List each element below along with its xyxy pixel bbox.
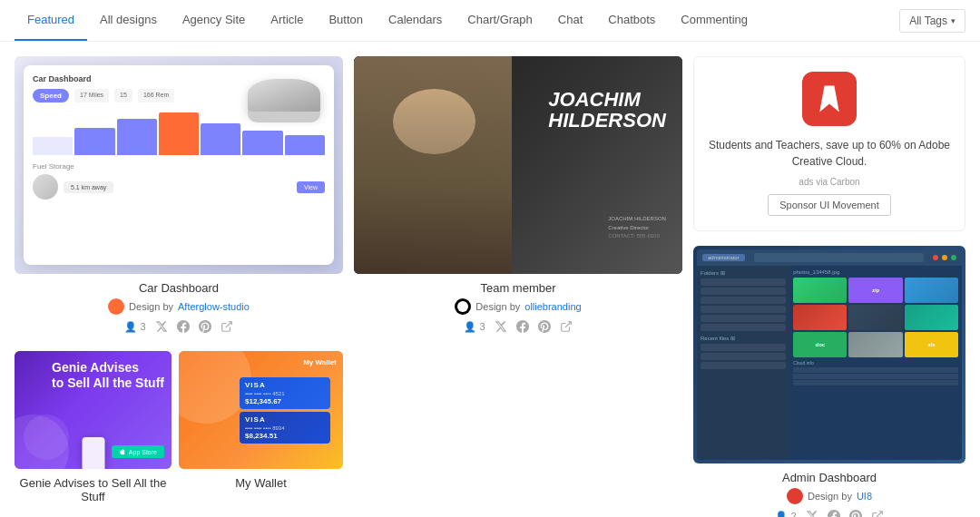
admin-likes-number: 2 (790, 511, 796, 517)
wallet-meta: My Wallet (179, 469, 343, 497)
admin-tiles-grid: zip doc xls (793, 278, 958, 357)
nav-bar: Featured All designs Agency Site Article… (0, 0, 980, 42)
tab-chat[interactable]: Chat (545, 0, 595, 41)
tab-commenting[interactable]: Commenting (668, 0, 760, 41)
stat1: 17 Miles (74, 89, 109, 102)
svg-point-1 (457, 301, 468, 312)
team-member-image[interactable]: JOACHIMHILDERSON JOACHIM HILDERSON Creat… (354, 56, 682, 274)
author-prefix-ollie: Design by (475, 301, 520, 312)
tab-calendars[interactable]: Calendars (376, 0, 455, 41)
card-admin-dashboard: administrator Folders ⊞ (693, 246, 965, 517)
adobe-logo (802, 72, 857, 126)
tab-chatbots[interactable]: Chatbots (595, 0, 668, 41)
wallet-image[interactable]: My Wallet VISA •••• •••• •••• 4521 $12,3… (179, 351, 343, 469)
author-prefix-text: Design by (129, 301, 173, 312)
svg-marker-3 (819, 86, 839, 112)
external-link[interactable] (220, 320, 233, 333)
tab-all-designs[interactable]: All designs (87, 0, 170, 41)
tile-teal (905, 305, 958, 330)
author-name-ollie[interactable]: olliebranding (524, 301, 581, 312)
visa-card-1: VISA •••• •••• •••• 4521 $12,345.67 (240, 377, 330, 409)
svg-line-2 (564, 322, 570, 327)
team-facebook[interactable] (516, 320, 529, 333)
tab-featured[interactable]: Featured (15, 0, 87, 41)
zip-label: zip (872, 288, 879, 293)
recent-files-label: Recent files ⊞ (701, 335, 786, 341)
info-bar-3 (793, 380, 958, 385)
team-likes-number: 3 (479, 321, 485, 332)
admin-external[interactable] (871, 510, 884, 517)
bottom-row-left: Genie Advisesto Sell All the Stuff App S… (15, 351, 343, 517)
dash-speed-btn: Speed (33, 89, 69, 102)
team-member-title: Team member (354, 281, 682, 295)
all-tags-label: All Tags (909, 15, 947, 27)
car-dashboard-meta: Car Dashboard Design by Afterglow-studio… (15, 274, 343, 337)
xls-label: xls (927, 342, 935, 347)
wallet-cards: VISA •••• •••• •••• 4521 $12,345.67 VISA… (240, 357, 330, 463)
bar-5 (201, 123, 240, 155)
admin-topbar: administrator (697, 249, 962, 266)
admin-search (754, 253, 924, 262)
author-name-ui8[interactable]: UI8 (857, 491, 872, 502)
genie-image[interactable]: Genie Advisesto Sell All the Stuff App S… (15, 351, 172, 469)
folder-row-1 (701, 278, 786, 286)
tab-button[interactable]: Button (316, 0, 376, 41)
author-name-afterglow[interactable]: Afterglow-studio (178, 301, 250, 312)
twitter-share[interactable] (155, 320, 168, 333)
tile-blue (905, 278, 958, 303)
card-genie: Genie Advisesto Sell All the Stuff App S… (15, 351, 179, 511)
col-left: Car Dashboard Speed 17 Miles 15 166 Rem (15, 56, 354, 517)
bar-2 (74, 128, 114, 155)
admin-twitter[interactable] (806, 510, 818, 517)
team-external[interactable] (560, 320, 573, 333)
sponsor-button[interactable]: Sponsor UI Movement (768, 194, 890, 216)
team-member-actions: 👤 3 (354, 320, 682, 333)
team-member-meta: Team member Design by olliebranding 👤 3 (354, 274, 682, 337)
team-member-author: Design by olliebranding (354, 298, 682, 315)
tile-bridge (848, 305, 902, 330)
driver-info: 5.1 km away (64, 181, 113, 193)
pinterest-share[interactable] (199, 320, 211, 333)
app-store-btn[interactable]: App Store (112, 445, 164, 458)
view-btn: View (297, 181, 325, 193)
visa-label-1: VISA (245, 381, 325, 389)
folder-row-4 (701, 306, 786, 313)
visa-label-2: VISA (245, 415, 325, 424)
tile-green-1 (793, 278, 847, 303)
ad-small-text: ads via Carbon (709, 177, 950, 187)
dash-bottom: 5.1 km away View (33, 174, 325, 200)
visa-amt-1: $12,345.67 (245, 397, 325, 405)
folders-label: Folders ⊞ (701, 269, 786, 276)
app-store-label: App Store (129, 449, 157, 455)
admin-dashboard-image[interactable]: administrator Folders ⊞ (693, 246, 965, 463)
team-details: JOACHIM HILDERSON Creative Director CONT… (608, 215, 666, 241)
admin-pinterest[interactable] (849, 510, 862, 517)
tab-article[interactable]: Article (258, 0, 316, 41)
tab-agency-site[interactable]: Agency Site (170, 0, 258, 41)
facebook-share[interactable] (177, 320, 190, 333)
stat3: 166 Rem (138, 89, 174, 102)
team-twitter[interactable] (495, 320, 507, 333)
all-tags-button[interactable]: All Tags ▾ (899, 9, 965, 33)
admin-dashboard-author: Design by UI8 (693, 488, 965, 504)
col-mid: JOACHIMHILDERSON JOACHIM HILDERSON Creat… (354, 56, 693, 517)
user-icon-team: 👤 (464, 321, 476, 333)
car-dashboard-image[interactable]: Car Dashboard Speed 17 Miles 15 166 Rem (15, 56, 343, 274)
folder-row-3 (701, 297, 786, 304)
nav-right: All Tags ▾ (899, 9, 965, 33)
phone-mockup (82, 437, 104, 469)
team-pinterest[interactable] (538, 320, 551, 333)
admin-body: Folders ⊞ Recent files ⊞ (697, 266, 962, 460)
user-icon-admin: 👤 (775, 511, 788, 518)
admin-dashboard-title: Admin Dashboard (693, 471, 965, 484)
tab-chart-graph[interactable]: Chart/Graph (455, 0, 545, 41)
dot-red (933, 255, 938, 260)
car-dashboard-actions: 👤 3 (15, 320, 343, 333)
visa-card-2: VISA •••• •••• •••• 8934 $8,234.51 (240, 412, 330, 444)
admin-facebook[interactable] (828, 510, 840, 517)
author-avatar-afterglow (108, 298, 124, 315)
team-likes: 👤 3 (464, 321, 485, 333)
admin-dashboard-actions: 👤 2 (693, 510, 965, 517)
nav-tabs: Featured All designs Agency Site Article… (15, 0, 760, 41)
recent-row-3 (701, 362, 786, 369)
